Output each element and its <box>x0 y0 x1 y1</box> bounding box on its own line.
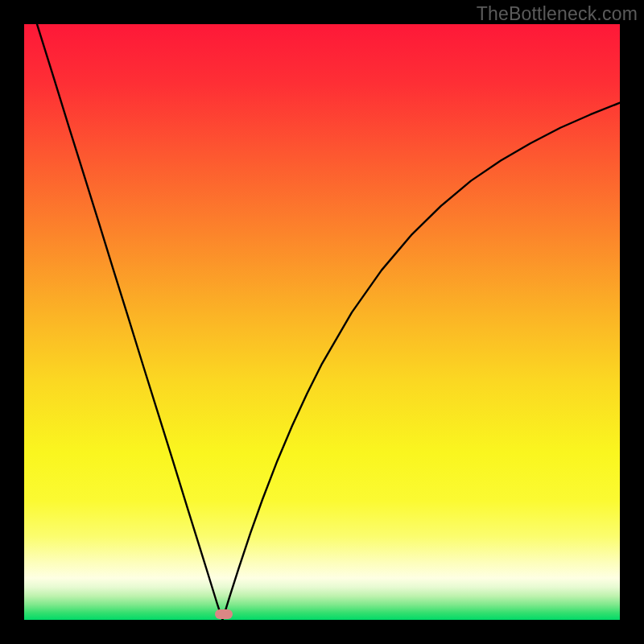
outer-frame: TheBottleneck.com <box>0 0 644 644</box>
curve-layer <box>24 24 620 620</box>
optimum-marker <box>215 609 233 619</box>
plot-area <box>24 24 620 620</box>
watermark-text: TheBottleneck.com <box>477 3 638 25</box>
bottleneck-curve <box>24 24 620 620</box>
